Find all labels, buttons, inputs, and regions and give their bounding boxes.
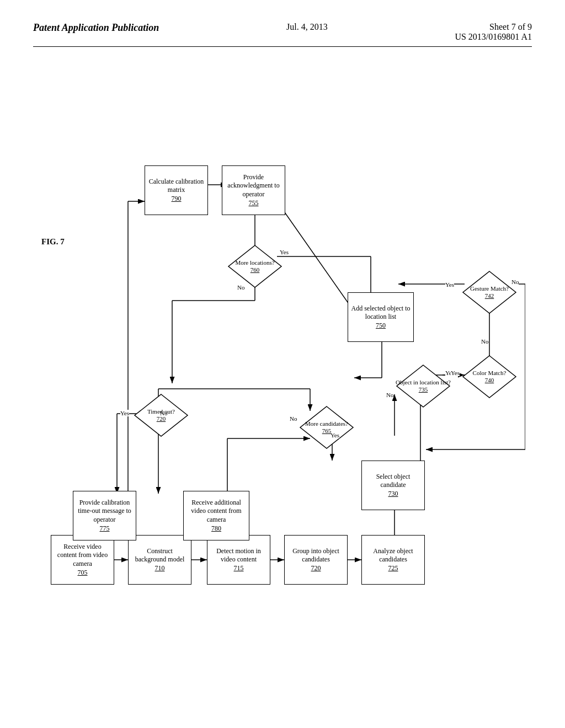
publication-date: Jul. 4, 2013 xyxy=(286,22,328,32)
diamond-740: Color Match? 740 xyxy=(462,355,517,399)
patent-number: US 2013/0169801 A1 xyxy=(455,32,532,42)
flowchart-diagram: Receive video content from video camera … xyxy=(40,63,525,670)
box-725: Analyze object candidates 725 xyxy=(361,535,425,585)
label-yes-260: Yes xyxy=(280,249,289,255)
label-yes-742: Yes xyxy=(445,281,454,288)
page: Patent Application Publication Jul. 4, 2… xyxy=(0,0,565,728)
label-yes-740: Yes xyxy=(451,370,460,376)
label-no-235: No xyxy=(386,392,393,398)
diamond-260: More locations? 760 xyxy=(227,244,282,288)
box-280: Receive additional video content from ca… xyxy=(183,491,249,540)
label-no-740: No xyxy=(481,338,488,345)
svg-line-33 xyxy=(277,201,354,312)
label-no-265: No xyxy=(290,415,297,422)
publication-title: Patent Application Publication xyxy=(33,22,159,34)
diamond-265: More candidates? 765 xyxy=(299,405,354,449)
box-250: Add selected object to location list 750 xyxy=(348,292,414,342)
diamond-220: Timed out? 720 xyxy=(134,393,189,437)
sheet-info: Sheet 7 of 9 xyxy=(455,22,532,32)
box-715: Detect motion in video content 715 xyxy=(207,535,270,585)
label-no-742: No xyxy=(511,279,519,285)
box-290: Calculate calibration matrix 790 xyxy=(145,165,208,215)
label-yes-220: Yes xyxy=(120,410,129,416)
label-no-260: No xyxy=(237,284,244,291)
diamond-235: Object in location list? 735 xyxy=(396,364,451,408)
box-275: Provide calibration time-out message to … xyxy=(73,491,136,540)
box-705: Receive video content from video camera … xyxy=(51,535,114,585)
box-710: Construct background model 710 xyxy=(128,535,191,585)
box-255: Provide acknowledgment to operator 755 xyxy=(222,165,285,215)
box-230: Select object candidate 730 xyxy=(361,461,425,510)
page-header: Patent Application Publication Jul. 4, 2… xyxy=(33,22,532,47)
diamond-742: Gesture Match? 742 xyxy=(462,270,517,314)
box-720: Group into object candidates 720 xyxy=(284,535,348,585)
